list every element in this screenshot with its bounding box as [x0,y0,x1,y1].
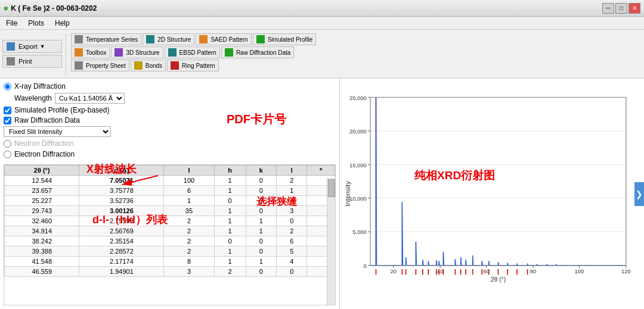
structure2d-icon [146,35,154,43]
cell-l: 4 [277,257,307,267]
col-two-theta: 2θ (°) [5,166,79,176]
cell-h: 1 [214,226,246,236]
cell-I: 6 [164,186,214,196]
cell-l: 2 [277,176,307,186]
simulated-checkbox[interactable] [4,107,11,114]
ring-icon [171,61,179,70]
col-star: * [307,166,335,176]
ebsd-pattern-button[interactable]: EBSD Pattern [165,46,220,58]
cell-I: 8 [164,257,214,267]
x-axis-label: 2θ (°) [491,276,506,283]
minimize-button[interactable]: ─ [602,3,614,14]
structure3d-icon [114,48,123,57]
cell-two-theta: 23.657 [5,186,79,196]
table-row[interactable]: 23.657 3.75778 6 1 0 1 [5,186,335,196]
close-button[interactable]: ✕ [628,3,640,14]
cell-d: 1.94901 [79,267,164,277]
x-tick-20: 20 [391,268,397,274]
cell-d: 2.17174 [79,257,164,267]
toolbox-icon [75,48,83,57]
electron-radio[interactable] [4,151,11,158]
cell-d: 2.75598 [79,216,164,226]
slit-select[interactable]: Fixed Slit Intensity [4,126,111,137]
x-tick-120: 120 [621,268,631,274]
cell-h: 1 [214,206,246,216]
2d-structure-button[interactable]: 2D Structure [143,33,194,45]
xray-radio[interactable] [4,83,11,90]
print-button[interactable]: Print [2,55,62,68]
diffraction-table: 2θ (°) d (Å) I h k l * 12.544 7.05071 10… [4,165,335,277]
simulated-profile-button[interactable]: Simulated Profile [253,33,317,45]
neutron-radio[interactable] [4,140,11,148]
y-tick-5000: 5,000 [352,229,367,235]
cell-k: 0 [246,206,276,216]
export-icon [7,42,15,51]
saed-pattern-button[interactable]: SAED Pattern [196,33,251,45]
table-row[interactable]: 32.460 2.75598 2 1 1 0 [5,216,335,226]
table-row[interactable]: 29.743 3.00126 35 1 0 3 [5,206,335,216]
cell-d: 3.00126 [79,206,164,216]
cell-d: 7.05071 [79,176,164,186]
menu-bar: File Plots Help [0,17,644,30]
table-row[interactable]: 46.559 1.94901 3 2 0 0 [5,267,335,277]
cell-k: 1 [246,257,276,267]
table-row[interactable]: 34.914 2.56769 2 1 1 2 [5,226,335,236]
table-row[interactable]: 25.227 3.52736 1 0 0 4 [5,196,335,206]
wavelength-select[interactable]: Cu Kα1 1.54056 Å [55,93,125,104]
raw-diffraction-button[interactable]: Raw Diffraction Data [221,46,295,58]
scrollbar-thumb[interactable] [328,179,335,197]
bonds-button[interactable]: Bonds [131,60,166,71]
col-k: k [246,166,276,176]
wavelength-label: Wavelength [14,94,52,102]
cell-d: 2.35154 [79,236,164,246]
y-tick-15000: 15,000 [349,162,367,168]
neutron-label: Neutron Diffraction [14,139,74,148]
cell-l: 0 [277,267,307,277]
maximize-button[interactable]: □ [615,3,627,14]
toolbar: Export ▼ Print Temperature Series 2D Str… [0,30,644,79]
cell-l: 3 [277,206,307,216]
cell-d: 3.75778 [79,186,164,196]
title-bar: ■ K ( Fe Se )2 - 00-063-0202 ─ □ ✕ [0,0,644,17]
chevron-right-button[interactable]: ❯ [634,182,644,206]
cell-h: 1 [214,176,246,186]
xray-radio-row: X-ray Diffraction [4,82,336,90]
table-row[interactable]: 41.548 2.17174 8 1 1 4 [5,257,335,267]
cell-k: 0 [246,176,276,186]
3d-structure-button[interactable]: 3D Structure [111,46,163,58]
menu-help[interactable]: Help [52,18,72,28]
cell-k: 0 [246,236,276,246]
saed-icon [199,35,208,43]
right-panel: Intensity 25,000 20,000 15,000 10,000 [340,79,644,309]
cell-two-theta: 46.559 [5,267,79,277]
menu-plots[interactable]: Plots [26,18,47,28]
bonds-icon [134,61,143,70]
cell-I: 2 [164,236,214,246]
y-tick-20000: 20,000 [349,128,367,135]
col-I: I [164,166,214,176]
cell-d: 2.56769 [79,226,164,236]
cell-two-theta: 38.242 [5,236,79,246]
cell-k: 0 [246,186,276,196]
raw-checkbox[interactable] [4,117,11,124]
table-row[interactable]: 38.242 2.35154 2 0 0 6 [5,236,335,246]
simulated-checkbox-row: Simulated Profile (Exp-based) [4,106,111,114]
property-icon [75,61,83,70]
col-h: h [214,166,246,176]
cell-l: 1 [277,186,307,196]
toolbox-button[interactable]: Toolbox [71,46,110,58]
export-button[interactable]: Export ▼ [2,40,62,53]
cell-h: 1 [214,257,246,267]
ring-pattern-button[interactable]: Ring Pattern [167,60,219,71]
main-content: X-ray Diffraction Wavelength Cu Kα1 1.54… [0,79,644,309]
table-row[interactable]: 12.544 7.05071 100 1 0 2 [5,176,335,186]
cell-h: 2 [214,267,246,277]
temperature-series-button[interactable]: Temperature Series [71,33,141,45]
cell-I: 2 [164,246,214,257]
property-sheet-button[interactable]: Property Sheet [71,60,129,71]
menu-file[interactable]: File [4,18,20,28]
cell-k: 0 [246,246,276,257]
table-scrollbar[interactable] [327,178,335,305]
wavelength-row: Wavelength Cu Kα1 1.54056 Å [14,93,336,104]
table-row[interactable]: 39.388 2.28572 2 1 0 5 [5,246,335,257]
